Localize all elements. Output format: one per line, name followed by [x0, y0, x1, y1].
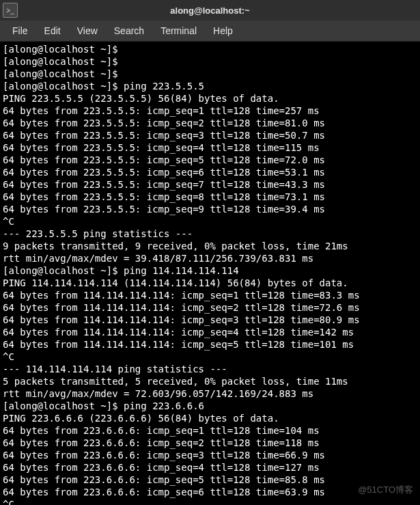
terminal-line: 64 bytes from 223.6.6.6: icmp_seq=4 ttl=… — [3, 462, 320, 473]
terminal-line: 64 bytes from 223.5.5.5: icmp_seq=6 ttl=… — [3, 167, 325, 178]
menubar: File Edit View Search Terminal Help — [0, 21, 420, 42]
terminal-line: PING 223.6.6.6 (223.6.6.6) 56(84) bytes … — [3, 413, 279, 424]
terminal-line: [along@localhost ~]$ ping 223.5.5.5 — [3, 81, 204, 92]
terminal-line: 64 bytes from 114.114.114.114: icmp_seq=… — [3, 314, 360, 325]
terminal-line: 64 bytes from 114.114.114.114: icmp_seq=… — [3, 327, 354, 338]
app-icon[interactable]: >_ — [3, 3, 18, 18]
terminal-line: 64 bytes from 223.6.6.6: icmp_seq=2 ttl=… — [3, 437, 320, 448]
terminal-line: [along@localhost ~]$ ping 114.114.114.11… — [3, 265, 239, 276]
terminal-line: [along@localhost ~]$ — [3, 68, 124, 79]
menu-edit[interactable]: Edit — [36, 23, 69, 39]
terminal-line: 64 bytes from 223.6.6.6: icmp_seq=1 ttl=… — [3, 425, 320, 436]
terminal-line: PING 114.114.114.114 (114.114.114.114) 5… — [3, 277, 348, 288]
terminal-line: [along@localhost ~]$ ping 223.6.6.6 — [3, 400, 204, 411]
titlebar: >_ along@localhost:~ — [0, 0, 420, 21]
terminal-line: 64 bytes from 223.5.5.5: icmp_seq=7 ttl=… — [3, 179, 325, 190]
menu-view[interactable]: View — [69, 23, 106, 39]
terminal-line: 64 bytes from 223.5.5.5: icmp_seq=3 ttl=… — [3, 130, 325, 141]
terminal-line: 64 bytes from 223.6.6.6: icmp_seq=5 ttl=… — [3, 474, 325, 485]
terminal-line: 64 bytes from 223.5.5.5: icmp_seq=4 ttl=… — [3, 142, 320, 153]
terminal-line: ^C — [3, 351, 14, 362]
terminal-line: --- 223.5.5.5 ping statistics --- — [3, 228, 193, 239]
terminal-line: 64 bytes from 114.114.114.114: icmp_seq=… — [3, 339, 354, 350]
terminal-line: rtt min/avg/max/mdev = 39.418/87.111/256… — [3, 253, 313, 264]
terminal-line: ^C — [3, 499, 14, 505]
terminal-line: PING 223.5.5.5 (223.5.5.5) 56(84) bytes … — [3, 93, 279, 104]
terminal-line: rtt min/avg/max/mdev = 72.603/96.057/142… — [3, 388, 313, 399]
menu-help[interactable]: Help — [205, 23, 241, 39]
terminal-line: 64 bytes from 223.5.5.5: icmp_seq=5 ttl=… — [3, 154, 325, 165]
terminal-line: 64 bytes from 223.5.5.5: icmp_seq=8 ttl=… — [3, 191, 325, 202]
terminal-line: 64 bytes from 114.114.114.114: icmp_seq=… — [3, 302, 360, 313]
terminal-icon: >_ — [6, 7, 14, 14]
terminal-line: 64 bytes from 223.5.5.5: icmp_seq=1 ttl=… — [3, 105, 320, 116]
menu-file[interactable]: File — [4, 23, 36, 39]
terminal-line: 9 packets transmitted, 9 received, 0% pa… — [3, 241, 348, 251]
terminal-line: 64 bytes from 223.6.6.6: icmp_seq=3 ttl=… — [3, 450, 325, 461]
menu-terminal[interactable]: Terminal — [152, 23, 205, 39]
menu-search[interactable]: Search — [106, 23, 152, 39]
terminal-line: ^C — [3, 216, 14, 227]
window-title: along@localhost:~ — [170, 5, 249, 16]
terminal-line: [along@localhost ~]$ — [3, 44, 124, 55]
terminal-line: 64 bytes from 223.5.5.5: icmp_seq=2 ttl=… — [3, 118, 325, 128]
terminal-line: 64 bytes from 223.5.5.5: icmp_seq=9 ttl=… — [3, 204, 325, 215]
terminal-line: 5 packets transmitted, 5 received, 0% pa… — [3, 376, 348, 387]
terminal-line: 64 bytes from 223.6.6.6: icmp_seq=6 ttl=… — [3, 487, 325, 497]
terminal-line: 64 bytes from 114.114.114.114: icmp_seq=… — [3, 290, 360, 301]
terminal-line: [along@localhost ~]$ — [3, 56, 124, 67]
terminal-line: --- 114.114.114.114 ping statistics --- — [3, 364, 227, 374]
terminal-area[interactable]: [along@localhost ~]$ [along@localhost ~]… — [0, 42, 420, 505]
